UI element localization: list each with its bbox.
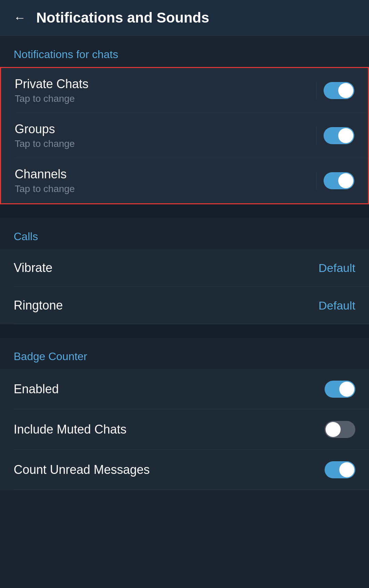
private-chats-item[interactable]: Private Chats Tap to change bbox=[1, 68, 368, 113]
page-title: Notifications and Sounds bbox=[36, 10, 209, 26]
private-chats-toggle[interactable] bbox=[324, 82, 354, 99]
groups-title: Groups bbox=[15, 122, 75, 136]
channels-subtitle: Tap to change bbox=[15, 183, 75, 194]
toggle-knob bbox=[326, 422, 341, 437]
vibrate-title: Vibrate bbox=[14, 261, 52, 275]
channels-title: Channels bbox=[15, 167, 75, 181]
groups-item[interactable]: Groups Tap to change bbox=[1, 113, 368, 158]
ringtone-item[interactable]: Ringtone Default bbox=[0, 287, 369, 324]
divider bbox=[316, 82, 317, 99]
include-muted-chats-title: Include Muted Chats bbox=[14, 422, 126, 437]
toggle-knob bbox=[339, 382, 354, 397]
spacer-2 bbox=[0, 324, 369, 338]
toggle-knob bbox=[339, 462, 354, 477]
divider bbox=[316, 172, 317, 190]
vibrate-value: Default bbox=[318, 261, 355, 275]
private-chats-right bbox=[316, 82, 354, 99]
private-chats-subtitle: Tap to change bbox=[15, 93, 88, 104]
private-chats-title: Private Chats bbox=[15, 77, 88, 91]
header: ← Notifications and Sounds bbox=[0, 0, 369, 36]
channels-right bbox=[316, 172, 354, 190]
enabled-title: Enabled bbox=[14, 382, 59, 396]
include-muted-chats-item[interactable]: Include Muted Chats bbox=[0, 409, 369, 450]
groups-right bbox=[316, 127, 354, 145]
include-muted-chats-toggle[interactable] bbox=[325, 421, 355, 438]
groups-toggle[interactable] bbox=[324, 127, 354, 144]
toggle-knob bbox=[338, 128, 353, 143]
enabled-toggle[interactable] bbox=[325, 381, 355, 398]
ringtone-value: Default bbox=[318, 299, 355, 312]
channels-left: Channels Tap to change bbox=[15, 167, 75, 194]
back-button[interactable]: ← bbox=[14, 11, 26, 25]
vibrate-item[interactable]: Vibrate Default bbox=[0, 249, 369, 287]
count-unread-messages-toggle[interactable] bbox=[325, 461, 355, 478]
channels-toggle[interactable] bbox=[324, 172, 354, 189]
notifications-for-chats-section: Private Chats Tap to change Groups Tap t… bbox=[0, 67, 369, 204]
ringtone-title: Ringtone bbox=[14, 298, 63, 313]
divider bbox=[316, 127, 317, 145]
section-label-notifications-for-chats: Notifications for chats bbox=[0, 36, 369, 67]
toggle-knob bbox=[338, 83, 353, 98]
enabled-item[interactable]: Enabled bbox=[0, 369, 369, 409]
count-unread-messages-item[interactable]: Count Unread Messages bbox=[0, 450, 369, 490]
count-unread-messages-title: Count Unread Messages bbox=[14, 463, 150, 477]
section-label-badge-counter: Badge Counter bbox=[0, 338, 369, 369]
toggle-knob bbox=[338, 173, 353, 188]
channels-item[interactable]: Channels Tap to change bbox=[1, 158, 368, 203]
section-label-calls: Calls bbox=[0, 218, 369, 249]
spacer-1 bbox=[0, 204, 369, 218]
groups-left: Groups Tap to change bbox=[15, 122, 75, 149]
private-chats-left: Private Chats Tap to change bbox=[15, 77, 88, 104]
groups-subtitle: Tap to change bbox=[15, 138, 75, 149]
